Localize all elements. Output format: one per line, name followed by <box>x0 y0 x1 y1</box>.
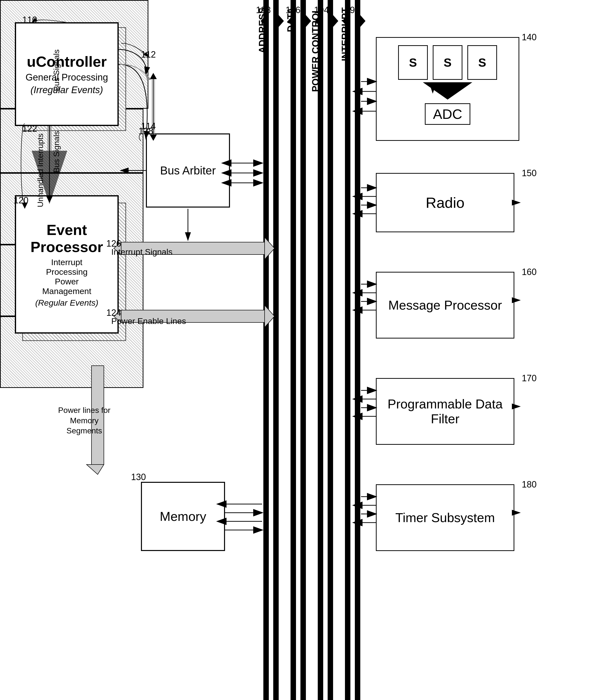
pdf-inner: Programmable Data Filter <box>376 378 514 445</box>
memory-box: Memory <box>141 482 225 551</box>
ref-198: 198 <box>256 5 271 15</box>
timer-label: Timer Subsystem <box>395 510 495 525</box>
memory-label: Memory <box>160 509 206 524</box>
ref-194: 194 <box>314 5 329 15</box>
ref-120: 120 <box>14 195 28 206</box>
data-bus-line-1 <box>290 0 296 700</box>
ref-110: 110 <box>22 15 37 25</box>
power-bus-label: POWER CONTROL <box>310 7 321 92</box>
bus-signals-bottom-label: Bus Signals <box>52 131 61 173</box>
ucontroller-detail: (Irregular Events) <box>30 85 103 95</box>
power-bus-line-1 <box>318 0 323 700</box>
ref-192: 192 <box>345 5 360 15</box>
svg-marker-20 <box>86 465 104 474</box>
ref-180: 180 <box>522 479 537 490</box>
ref-122: 122 <box>22 124 37 134</box>
ucontroller-box: uController General Processing (Irregula… <box>15 22 119 126</box>
ref-130: 130 <box>131 472 146 482</box>
svg-marker-23 <box>150 73 157 79</box>
eventproc-box: EventProcessor InterruptProcessingPowerM… <box>15 195 119 333</box>
svg-marker-55 <box>278 15 284 27</box>
radio-inner: Radio <box>376 173 514 232</box>
ref-196: 196 <box>285 5 301 15</box>
adc-inner-box: S S S ADC <box>376 37 519 141</box>
ref-112: 112 <box>141 50 156 60</box>
interrupt-bus-line-1 <box>345 0 350 700</box>
ref-114: 114 <box>141 121 156 132</box>
sensors-row: S S S <box>398 45 497 80</box>
funnel-triangle <box>423 82 472 99</box>
svg-marker-61 <box>360 15 366 27</box>
bus-signals-top-label: Bus Signals <box>52 50 61 91</box>
address-bus-line-2 <box>273 0 279 700</box>
ref-124: 124 <box>106 308 121 318</box>
busarbiter-box: Bus Arbiter <box>146 134 230 208</box>
msgproc-inner: Message Processor <box>376 272 514 338</box>
data-bus-line-2 <box>301 0 306 700</box>
adc-label: ADC <box>433 106 462 122</box>
ref-160: 160 <box>522 267 537 277</box>
pdf-label: Programmable Data Filter <box>377 397 514 426</box>
power-bus-line-2 <box>328 0 333 700</box>
ref-140: 140 <box>522 32 537 43</box>
busarbiter-label: Bus Arbiter <box>160 164 216 177</box>
unhandled-interrupts-label: Unhandled Interrupts <box>36 134 45 207</box>
ref-170: 170 <box>522 373 537 384</box>
ref-126: 126 <box>106 238 121 249</box>
sensor-3: S <box>467 45 497 80</box>
interrupt-bus-label: INTERRUPT <box>340 7 351 61</box>
sensor-2: S <box>433 45 462 80</box>
interrupt-bus-line-2 <box>355 0 360 700</box>
eventproc-title: EventProcessor <box>30 221 103 255</box>
radio-label: Radio <box>426 194 465 211</box>
svg-marker-59 <box>333 15 338 27</box>
address-bus-line-1 <box>263 0 269 700</box>
sensor-1: S <box>398 45 428 80</box>
msgproc-label: Message Processor <box>388 298 502 313</box>
ucontroller-subtitle: General Processing <box>25 72 108 83</box>
power-enable-lines-label: Power Enable Lines <box>111 316 186 326</box>
timer-inner: Timer Subsystem <box>376 484 514 551</box>
diagram-container: uController General Processing (Irregula… <box>0 0 591 700</box>
eventproc-subtitle: InterruptProcessingPowerManagement <box>42 257 91 296</box>
eventproc-detail: (Regular Events) <box>35 298 98 308</box>
ref-150: 150 <box>522 168 537 178</box>
ucontroller-title: uController <box>27 53 107 70</box>
adc-label-box: ADC <box>425 103 470 125</box>
power-lines-memory-label: Power lines forMemorySegments <box>58 405 111 436</box>
